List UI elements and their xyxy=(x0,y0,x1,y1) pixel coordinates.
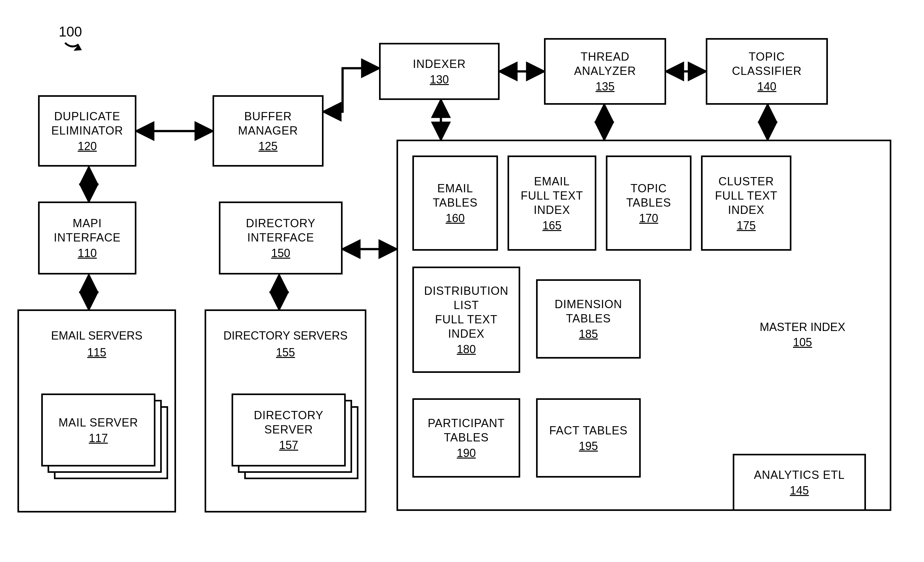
container-title: DIRECTORY SERVERS xyxy=(206,328,365,343)
block-topic-classifier: TOPICCLASSIFIER 140 xyxy=(706,38,828,105)
block-title: TOPICCLASSIFIER xyxy=(732,50,801,78)
block-title: MAIL SERVER xyxy=(58,415,138,430)
block-ref: 130 xyxy=(430,73,449,86)
block-title: INDEXER xyxy=(412,57,466,71)
block-title: THREADANALYZER xyxy=(574,50,636,78)
block-topic-tables: TOPICTABLES 170 xyxy=(606,155,692,251)
block-title: DIMENSIONTABLES xyxy=(555,297,622,326)
container-title: EMAIL SERVERS xyxy=(19,328,174,343)
block-ref: 117 xyxy=(89,431,108,445)
block-ref: 145 xyxy=(790,484,809,497)
block-email-tables: EMAILTABLES 160 xyxy=(412,155,498,251)
block-thread-analyzer: THREADANALYZER 135 xyxy=(544,38,666,105)
block-mail-server: MAIL SERVER 117 xyxy=(41,394,155,466)
block-ref: 170 xyxy=(639,212,658,225)
block-ref: 125 xyxy=(258,140,278,153)
block-title: DUPLICATEELIMINATOR xyxy=(51,109,123,138)
block-title: CLUSTERFULL TEXTINDEX xyxy=(715,174,777,217)
container-ref: 115 xyxy=(19,346,174,359)
block-ref: 150 xyxy=(271,246,290,260)
block-title: DIRECTORYINTERFACE xyxy=(246,216,316,245)
container-title: MASTER INDEX xyxy=(728,320,877,334)
block-title: ANALYTICS ETL xyxy=(754,468,845,482)
block-title: DISTRIBUTIONLISTFULL TEXTINDEX xyxy=(424,284,508,341)
diagram-canvas: 100 xyxy=(0,0,924,562)
block-title: EMAILTABLES xyxy=(433,181,477,210)
block-title: FACT TABLES xyxy=(549,423,627,437)
block-email-fulltext-index: EMAILFULL TEXTINDEX 165 xyxy=(507,155,596,251)
block-directory-interface: DIRECTORYINTERFACE 150 xyxy=(219,201,343,275)
block-ref: 195 xyxy=(579,440,598,453)
container-ref: 105 xyxy=(728,336,877,349)
block-ref: 135 xyxy=(596,80,614,93)
block-mapi-interface: MAPIINTERFACE 110 xyxy=(38,201,136,275)
block-ref: 185 xyxy=(579,328,598,341)
block-directory-server: DIRECTORYSERVER 157 xyxy=(231,394,346,466)
block-participant-tables: PARTICIPANTTABLES 190 xyxy=(412,398,520,478)
block-cluster-fulltext-index: CLUSTERFULL TEXTINDEX 175 xyxy=(701,155,791,251)
block-title: BUFFERMANAGER xyxy=(238,109,298,138)
block-duplicate-eliminator: DUPLICATEELIMINATOR 120 xyxy=(38,95,136,167)
block-ref: 157 xyxy=(279,439,298,452)
block-ref: 160 xyxy=(446,212,465,225)
block-indexer: INDEXER 130 xyxy=(379,43,500,100)
block-analytics-etl: ANALYTICS ETL 145 xyxy=(733,454,866,511)
block-ref: 180 xyxy=(457,343,476,356)
block-title: DIRECTORYSERVER xyxy=(254,408,324,437)
block-title: TOPICTABLES xyxy=(626,181,671,210)
block-ref: 175 xyxy=(736,219,756,232)
block-dimension-tables: DIMENSIONTABLES 185 xyxy=(536,279,641,359)
block-title: EMAILFULL TEXTINDEX xyxy=(520,174,583,217)
block-ref: 120 xyxy=(78,140,97,153)
block-fact-tables: FACT TABLES 195 xyxy=(536,398,641,478)
block-ref: 190 xyxy=(457,446,476,460)
block-title: PARTICIPANTTABLES xyxy=(428,416,505,445)
block-ref: 140 xyxy=(757,80,776,93)
container-ref: 155 xyxy=(206,346,365,359)
block-title: MAPIINTERFACE xyxy=(54,216,120,245)
block-buffer-manager: BUFFERMANAGER 125 xyxy=(213,95,324,167)
block-dist-list-fulltext-index: DISTRIBUTIONLISTFULL TEXTINDEX 180 xyxy=(412,267,520,373)
block-ref: 165 xyxy=(542,219,561,232)
block-ref: 110 xyxy=(78,246,97,260)
